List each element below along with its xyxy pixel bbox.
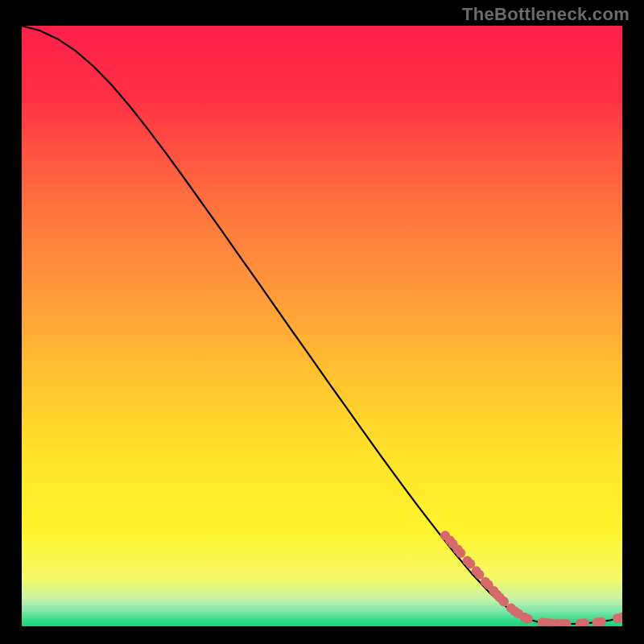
data-point [523,614,533,624]
chart-frame: TheBottleneck.com [0,0,644,644]
data-point [499,597,509,606]
plot-background [22,26,622,626]
data-point [456,548,465,558]
chart-plot [22,26,622,626]
attribution-text: TheBottleneck.com [462,4,630,25]
